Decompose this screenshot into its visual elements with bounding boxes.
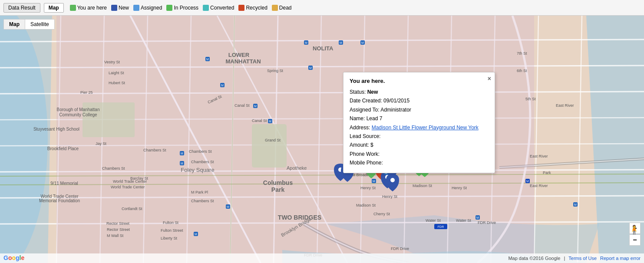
assigned-to-value: Administrator — [380, 107, 411, 113]
svg-text:Jay St: Jay St — [96, 141, 107, 146]
svg-text:East River: East River — [530, 184, 548, 188]
date-created-value: 09/01/2015 — [383, 98, 410, 104]
map-tab-bar: Map Satellite — [3, 19, 55, 30]
legend-label-dead: Dead — [279, 5, 292, 11]
svg-text:9/11 Memorial: 9/11 Memorial — [50, 181, 78, 186]
svg-text:Spring St: Spring St — [267, 69, 284, 73]
svg-text:Memorial Foundation: Memorial Foundation — [39, 198, 80, 203]
map-background: LOWER MANHATTAN NOLITA Columbus Park TWO… — [0, 16, 644, 263]
svg-text:Henry St: Henry St — [382, 194, 398, 199]
map-button[interactable]: Map — [44, 3, 64, 13]
svg-text:Chambers St: Chambers St — [189, 149, 212, 154]
address-label: Address: — [350, 125, 370, 131]
data-result-button[interactable]: Data Result — [3, 3, 40, 13]
amount-label: Amount: — [350, 142, 369, 148]
status-value: New — [367, 89, 378, 95]
svg-text:M: M — [181, 152, 183, 155]
legend-label-new: New — [119, 5, 129, 11]
svg-text:Park: Park — [543, 171, 551, 175]
assigned-to-label: Assigned To: — [350, 107, 380, 113]
svg-text:FDR Drive: FDR Drive — [478, 220, 496, 225]
svg-text:Fulton St: Fulton St — [163, 220, 179, 225]
svg-text:Columbus: Columbus — [263, 179, 293, 186]
svg-text:Water St: Water St — [426, 218, 441, 223]
popup-content: Status: New Date Created: 09/01/2015 Ass… — [350, 88, 489, 168]
map-tab-map[interactable]: Map — [4, 20, 25, 29]
svg-text:Grand St: Grand St — [265, 138, 281, 142]
lead-source-label: Lead Source: — [350, 133, 380, 139]
svg-text:M: M — [195, 233, 197, 236]
legend: You are hereNewAssignedIn ProcessConvert… — [70, 5, 292, 11]
legend-item-in-process: In Process — [166, 5, 198, 11]
svg-text:LOWER: LOWER — [228, 52, 250, 58]
legend-label-converted: Converted — [210, 5, 234, 11]
terms-of-use-link[interactable]: Terms of Use — [568, 256, 597, 261]
status-label: Status: — [350, 89, 366, 95]
map-bottom-bar: Map data ©2016 Google | Terms of Use Rep… — [0, 253, 644, 263]
svg-text:M: M — [227, 205, 229, 208]
svg-text:World Trade Center: World Trade Center — [113, 179, 147, 184]
svg-text:Madison St: Madison St — [413, 184, 433, 188]
legend-color-recycled — [238, 5, 244, 11]
svg-text:M: M — [373, 180, 375, 183]
zoom-out-button[interactable]: − — [629, 234, 641, 246]
legend-color-new — [111, 5, 117, 11]
legend-item-converted: Converted — [203, 5, 234, 11]
legend-label-assigned: Assigned — [141, 5, 162, 11]
svg-text:M: M — [269, 120, 271, 123]
svg-text:Chambers St: Chambers St — [102, 166, 125, 171]
svg-text:Rector Street: Rector Street — [106, 221, 130, 226]
svg-text:M: M — [181, 162, 183, 165]
svg-text:M: M — [305, 41, 307, 44]
toolbar: Data Result Map You are hereNewAssignedI… — [0, 0, 644, 16]
legend-color-converted — [203, 5, 209, 11]
svg-text:Henry St: Henry St — [360, 186, 376, 190]
street-view-person[interactable]: 🧍 — [629, 224, 640, 235]
svg-text:Park: Park — [271, 186, 285, 193]
name-value: Lead 7 — [367, 115, 383, 122]
svg-text:Stuyvesant High School: Stuyvesant High School — [33, 127, 79, 132]
svg-text:FDR: FDR — [438, 225, 444, 228]
address-link[interactable]: Madison St Little Flower Playground New … — [372, 125, 479, 131]
svg-text:5th St: 5th St — [525, 97, 536, 101]
svg-text:Madison St: Madison St — [356, 203, 376, 207]
map-container: LOWER MANHATTAN NOLITA Columbus Park TWO… — [0, 16, 644, 263]
svg-text:World Trade Center: World Trade Center — [111, 185, 145, 189]
legend-color-in-process — [166, 5, 172, 11]
svg-text:6th St: 6th St — [517, 69, 527, 73]
svg-text:Brookfield Place: Brookfield Place — [47, 146, 79, 151]
legend-item-assigned: Assigned — [133, 5, 162, 11]
legend-label-in-process: In Process — [174, 5, 198, 11]
legend-color-assigned — [133, 5, 139, 11]
svg-text:M: M — [526, 180, 529, 183]
svg-text:Rector Street: Rector Street — [107, 227, 130, 232]
svg-point-143 — [390, 178, 395, 182]
svg-text:Hubert St: Hubert St — [109, 81, 125, 85]
legend-item-recycled: Recycled — [238, 5, 267, 11]
svg-text:Henry St: Henry St — [452, 186, 467, 190]
svg-text:Fulton Street: Fulton Street — [161, 228, 183, 233]
report-error-link[interactable]: Report a map error — [600, 256, 641, 261]
svg-text:Cortlandt St: Cortlandt St — [122, 207, 142, 211]
svg-text:M: M — [340, 41, 342, 44]
map-data-label: Map data ©2016 Google — [508, 256, 560, 261]
svg-text:M: M — [309, 66, 312, 69]
svg-text:M: M — [221, 84, 224, 87]
svg-text:Community College: Community College — [59, 112, 97, 117]
svg-text:Canal St: Canal St — [234, 103, 250, 108]
phone-work-label: Phone Work: — [350, 151, 380, 157]
svg-text:NOLITA: NOLITA — [313, 45, 334, 52]
svg-text:7th St: 7th St — [517, 51, 527, 56]
popup-title: You are here. — [350, 78, 489, 84]
map-tab-satellite[interactable]: Satellite — [25, 20, 54, 29]
legend-item-you-are-here: You are here — [70, 5, 107, 11]
svg-text:Chambers St: Chambers St — [191, 160, 214, 164]
legend-label-recycled: Recycled — [246, 5, 267, 11]
svg-text:Cherry St: Cherry St — [373, 212, 390, 216]
info-popup: × You are here. Status: New Date Created… — [343, 72, 495, 173]
svg-text:TWO BRIDGES: TWO BRIDGES — [278, 214, 321, 221]
close-popup-button[interactable]: × — [488, 75, 491, 82]
svg-text:East River: East River — [556, 103, 574, 108]
amount-value: $ — [370, 142, 373, 148]
svg-text:M Park Pl: M Park Pl — [191, 190, 208, 194]
